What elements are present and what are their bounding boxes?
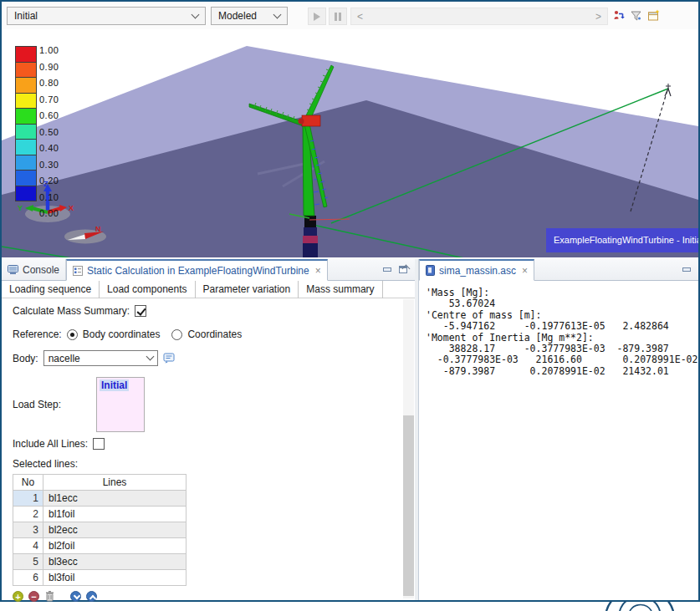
axis-y-label: Y xyxy=(18,204,23,212)
axis-x-label: X xyxy=(69,204,74,212)
frame-prev-arrow[interactable]: < xyxy=(357,11,363,23)
open-editor-icon[interactable] xyxy=(163,353,176,364)
legend-color-block xyxy=(15,93,37,109)
left-tabbar: Console Static Calculation in ExampleFlo… xyxy=(2,259,415,281)
include-all-lines-checkbox[interactable] xyxy=(93,438,105,450)
coordinates-label: Coordinates xyxy=(187,328,242,340)
body-coordinates-radio[interactable] xyxy=(67,329,78,340)
dynamic-view-icon[interactable] xyxy=(611,8,625,22)
legend-color-block xyxy=(15,108,37,125)
table-row[interactable]: 3bl2ecc xyxy=(13,522,186,538)
new-window-icon[interactable] xyxy=(646,8,660,22)
table-row[interactable]: 4bl2foil xyxy=(13,538,186,554)
load-step-label: Load Step: xyxy=(13,399,91,410)
tab-static-calculation[interactable]: Static Calculation in ExampleFloatingWin… xyxy=(66,259,328,281)
hub xyxy=(299,119,304,125)
filter-icon[interactable] xyxy=(629,8,642,22)
chevron-down-icon xyxy=(146,353,154,361)
compass-north-label: N xyxy=(95,225,101,233)
legend-label: 0.50 xyxy=(39,125,59,141)
color-legend: 1.000.900.800.700.600.500.400.300.200.10… xyxy=(15,46,37,201)
toolbar: Initial Modeled < > xyxy=(2,2,698,29)
nacelle-box xyxy=(302,115,320,126)
legend-label: 0.70 xyxy=(39,92,59,109)
condition-select-value: Initial xyxy=(14,10,187,22)
table-row[interactable]: 5bl3ecc xyxy=(13,554,186,570)
legend-label: 0.90 xyxy=(39,59,59,76)
mooring-line xyxy=(313,225,472,257)
compass: N xyxy=(64,225,106,244)
view-mode-select-value: Modeled xyxy=(218,10,269,22)
delete-all-button[interactable] xyxy=(44,590,55,602)
lines-table-body: 1bl1ecc2bl1foil3bl2ecc4bl2foil5bl3ecc6bl… xyxy=(13,491,186,586)
legend-label: 0.10 xyxy=(39,190,59,206)
subtab-parameter-variation[interactable]: Parameter variation xyxy=(196,281,299,298)
mass-summary-form: Calculate Mass Summary: Reference: Body … xyxy=(2,304,415,602)
tab-sima-massin[interactable]: sima_massin.asc × xyxy=(419,259,534,281)
legend-label: 1.00 xyxy=(39,43,59,59)
mooring-line xyxy=(2,247,82,257)
selected-lines-label: Selected lines: xyxy=(13,458,78,470)
vertical-scrollbar[interactable] xyxy=(403,299,414,598)
view-mode-select[interactable]: Modeled xyxy=(211,7,288,25)
coordinates-radio[interactable] xyxy=(171,329,182,340)
frame-next-arrow[interactable]: > xyxy=(595,11,601,23)
legend-color-block xyxy=(15,139,37,155)
text-editor-panel: sima_massin.asc × 'Mass [Mg]: 53.67024 '… xyxy=(418,259,698,600)
reference-label: Reference: xyxy=(13,328,62,340)
close-icon[interactable]: × xyxy=(522,265,528,277)
chevron-down-icon xyxy=(273,10,282,18)
mooring-line xyxy=(331,89,668,223)
move-up-button[interactable] xyxy=(86,591,97,602)
legend-label: 0.00 xyxy=(39,206,59,222)
legend-color-block xyxy=(15,170,37,186)
brand-logo-partial xyxy=(602,601,677,611)
frame-slider[interactable]: < > xyxy=(350,8,608,25)
legend-color-block xyxy=(15,46,37,63)
body-coordinates-label: Body coordinates xyxy=(83,328,161,340)
dashed-measure-line xyxy=(631,90,667,211)
calculate-mass-summary-checkbox[interactable] xyxy=(135,305,146,317)
console-icon xyxy=(8,265,18,274)
load-step-list[interactable]: Initial xyxy=(96,377,145,432)
legend-color-block xyxy=(15,124,37,140)
asc-file-content[interactable]: 'Mass [Mg]: 53.67024 'Centre of mass [m]… xyxy=(426,288,697,377)
model-info-band: ExampleFloatingWindTurbine - Initial 202… xyxy=(546,228,698,252)
turbine-blade-left xyxy=(249,104,304,126)
body-select[interactable]: nacelle xyxy=(43,350,158,366)
add-row-button[interactable]: + xyxy=(13,591,23,602)
remove-row-button[interactable]: − xyxy=(28,591,39,602)
close-icon[interactable]: × xyxy=(315,265,321,277)
table-row[interactable]: 2bl1foil xyxy=(13,507,186,522)
include-all-lines-label: Include All Lines: xyxy=(13,438,88,450)
chevron-down-icon xyxy=(192,10,200,18)
tab-console[interactable]: Console xyxy=(2,259,66,280)
turbine-scene: Z X Y N xyxy=(2,29,698,257)
subtab-loading-sequence[interactable]: Loading sequence xyxy=(2,281,100,298)
legend-label: 0.40 xyxy=(39,140,59,157)
floater-column xyxy=(303,216,318,257)
body-select-value: nacelle xyxy=(49,353,142,364)
pause-button[interactable] xyxy=(329,8,347,25)
pause-icon xyxy=(335,13,341,21)
calculation-form-icon xyxy=(73,266,83,276)
viewport-3d[interactable]: Z X Y N 1.000.900.800.700.600.500.400.30… xyxy=(2,29,698,257)
scrollbar-thumb[interactable] xyxy=(403,415,414,596)
move-down-button[interactable] xyxy=(70,591,81,602)
minimize-icon[interactable] xyxy=(383,267,391,272)
condition-select[interactable]: Initial xyxy=(7,7,206,25)
body-label: Body: xyxy=(13,353,38,364)
tab-static-calculation-label: Static Calculation in ExampleFloatingWin… xyxy=(87,265,309,277)
model-info-label: ExampleFloatingWindTurbine - Initial 202… xyxy=(554,235,698,245)
table-row[interactable]: 1bl1ecc xyxy=(13,491,186,507)
subtab-mass-summary[interactable]: Mass summary xyxy=(299,281,382,298)
table-actions: + − xyxy=(13,590,415,602)
table-row[interactable]: 6bl3foil xyxy=(13,570,186,586)
static-calculation-panel: Console Static Calculation in ExampleFlo… xyxy=(2,259,415,600)
minimize-icon[interactable] xyxy=(682,267,691,272)
play-button[interactable] xyxy=(308,8,326,25)
load-step-selected-item[interactable]: Initial xyxy=(100,379,129,391)
play-icon xyxy=(314,13,320,21)
subtab-load-components[interactable]: Load components xyxy=(100,281,195,298)
legend-label: 0.20 xyxy=(39,173,59,190)
